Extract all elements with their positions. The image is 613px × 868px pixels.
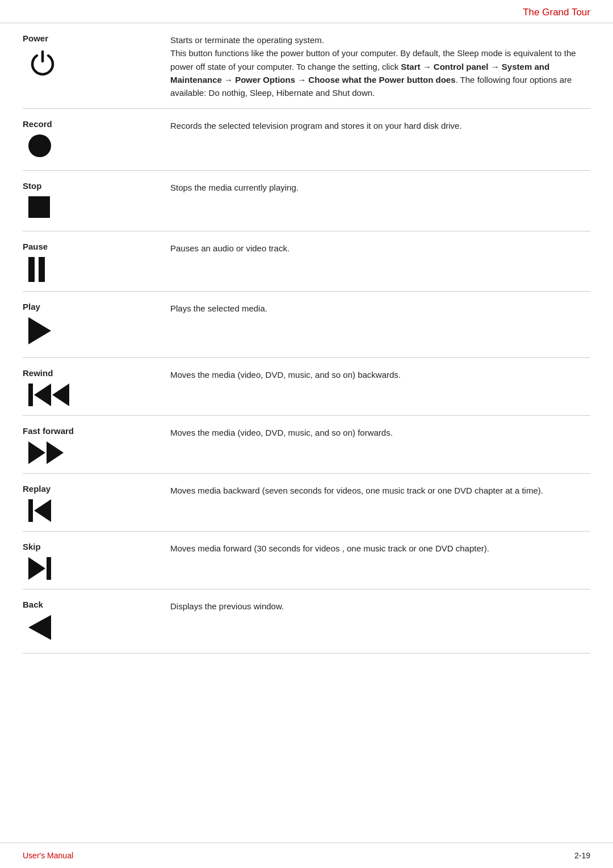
content-area: Power Starts or terminate the operating …: [0, 23, 613, 654]
left-col-fastforward: Fast forward: [23, 426, 170, 464]
row-record: Record Records the selected television p…: [23, 109, 590, 171]
desc-power: Starts or terminate the operating system…: [170, 33, 590, 99]
left-col-record: Record: [23, 119, 170, 161]
row-pause: Pause Pauses an audio or video track.: [23, 231, 590, 292]
left-col-back: Back: [23, 600, 170, 644]
left-col-pause: Pause: [23, 242, 170, 282]
desc-stop: Stops the media currently playing.: [170, 181, 590, 194]
left-col-stop: Stop: [23, 181, 170, 222]
footer-right: 2-19: [574, 851, 590, 860]
left-col-rewind: Rewind: [23, 368, 170, 406]
icon-stop: [23, 196, 50, 222]
left-col-skip: Skip: [23, 542, 170, 580]
desc-replay: Moves media backward (seven seconds for …: [170, 484, 590, 497]
desc-fastforward: Moves the media (video, DVD, music, and …: [170, 426, 590, 439]
label-rewind: Rewind: [23, 368, 53, 378]
desc-pause: Pauses an audio or video track.: [170, 242, 590, 255]
icon-power: [23, 49, 57, 81]
label-pause: Pause: [23, 242, 48, 251]
row-replay: Replay Moves media backward (seven secon…: [23, 474, 590, 532]
row-stop: Stop Stops the media currently playing.: [23, 171, 590, 231]
label-fastforward: Fast forward: [23, 426, 74, 436]
icon-fastforward: [23, 441, 64, 464]
desc-play: Plays the selected media.: [170, 302, 590, 315]
desc-record: Records the selected television program …: [170, 119, 590, 132]
icon-skip: [23, 557, 51, 580]
row-back: Back Displays the previous window.: [23, 589, 590, 654]
icon-back: [23, 615, 51, 644]
label-replay: Replay: [23, 484, 51, 494]
label-play: Play: [23, 302, 40, 311]
row-fastforward: Fast forward Moves the media (video, DVD…: [23, 416, 590, 474]
icon-replay: [23, 499, 51, 522]
left-col-play: Play: [23, 302, 170, 348]
desc-back: Displays the previous window.: [170, 600, 590, 613]
label-power: Power: [23, 33, 48, 43]
left-col-power: Power: [23, 33, 170, 81]
label-skip: Skip: [23, 542, 41, 551]
row-skip: Skip Moves media forward (30 seconds for…: [23, 532, 590, 589]
row-power: Power Starts or terminate the operating …: [23, 23, 590, 109]
desc-skip: Moves media forward (30 seconds for vide…: [170, 542, 590, 555]
row-play: Play Plays the selected media.: [23, 292, 590, 358]
top-bar: The Grand Tour: [0, 0, 613, 23]
document-title: The Grand Tour: [523, 7, 590, 18]
row-rewind: Rewind Moves the media (video, DVD, musi…: [23, 358, 590, 416]
footer-left: User's Manual: [23, 851, 73, 860]
desc-rewind: Moves the media (video, DVD, music, and …: [170, 368, 590, 381]
label-record: Record: [23, 119, 52, 129]
icon-play: [23, 317, 51, 348]
icon-record: [23, 134, 51, 161]
icon-pause: [23, 257, 45, 282]
icon-rewind: [23, 384, 69, 406]
left-col-replay: Replay: [23, 484, 170, 522]
bottom-bar: User's Manual 2-19: [0, 842, 613, 868]
label-back: Back: [23, 600, 43, 609]
label-stop: Stop: [23, 181, 41, 191]
